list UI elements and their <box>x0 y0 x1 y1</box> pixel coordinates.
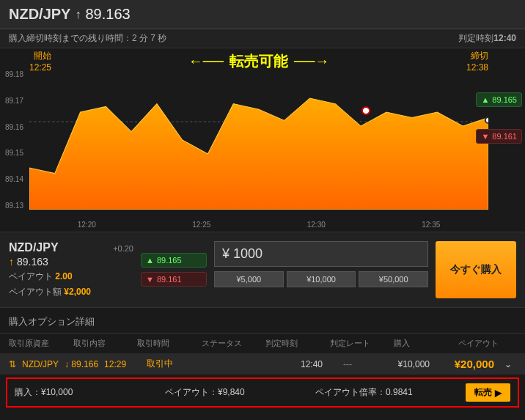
chart-price-buttons: ▲ 89.165 ▼ 89.161 <box>476 92 522 144</box>
buy-now-button[interactable]: 今すぐ購入 <box>436 241 516 298</box>
pos-pair: NZD/JPY <box>22 359 59 369</box>
order-pair: NZD/JPY <box>9 241 59 254</box>
preset-50000[interactable]: ¥50,000 <box>359 271 428 287</box>
pos-time: 12:29 <box>104 359 141 369</box>
start-annotation: 開始 12:25 <box>29 50 51 73</box>
judge-time: 判定時刻12:40 <box>458 32 516 45</box>
details-column-headers: 取引原資産 取引内容 取引時間 ステータス 判定時刻 判定レート 購入 ペイアウ… <box>0 333 525 353</box>
chart-price-up-button[interactable]: ▲ 89.165 <box>476 92 522 107</box>
arrow-left-icon: ←── <box>188 53 224 70</box>
svg-point-1 <box>362 107 370 114</box>
pos-status: 取引中 <box>147 358 295 370</box>
pos-buy: ¥10,000 <box>378 359 430 369</box>
pos-dir-rate: ↓ 89.166 <box>65 359 98 369</box>
col-time: 取引時間 <box>137 338 196 349</box>
details-header: 購入オプション詳細 <box>0 308 525 333</box>
up-arrow-icon: ▲ <box>146 256 154 265</box>
col-status: ステータス <box>202 338 260 349</box>
payout-line: ペイアウト 2.00 <box>9 270 133 283</box>
delta: +0.20 <box>113 244 133 253</box>
pos-judge-rate: --- <box>343 359 372 369</box>
down-arrow-icon: ▼ <box>146 275 154 284</box>
y-axis: 89.18 89.17 89.16 89.15 89.14 89.13 <box>0 70 26 210</box>
order-panel: NZD/JPY +0.20 ↑ 89.163 ペイアウト 2.00 ペイアウト額… <box>0 232 525 308</box>
amount-area: ¥5,000 ¥10,000 ¥50,000 <box>214 241 428 298</box>
up-arrow-icon: ▲ <box>481 95 489 104</box>
resell-payout: ペイアウト：¥9,840 <box>165 386 315 399</box>
col-judge-time: 判定時刻 <box>265 338 324 349</box>
chart-price-down-button[interactable]: ▼ 89.161 <box>476 129 522 144</box>
down-arrow-icon: ▼ <box>481 132 489 141</box>
resell-annotation: ←── 転売可能 ──→ <box>188 51 330 71</box>
price-chart <box>29 70 488 210</box>
resell-box: 購入：¥10,000 ペイアウト：¥9,840 ペイアウト倍率：0.9841 転… <box>6 377 519 408</box>
preset-10000[interactable]: ¥10,000 <box>287 271 356 287</box>
deadline-annotation: 締切 12:38 <box>466 50 488 73</box>
chart-area: 開始 12:25 ←── 転売可能 ──→ 締切 12:38 89.18 89.… <box>0 48 525 232</box>
preset-5000[interactable]: ¥5,000 <box>214 271 284 287</box>
order-price-buttons: ▲ 89.165 ▼ 89.161 <box>141 241 207 298</box>
resell-button[interactable]: 転売 ▶ <box>466 383 510 402</box>
col-asset: 取引原資産 <box>9 338 67 349</box>
pair-name: NZD/JPY <box>9 6 70 23</box>
order-price-up-button[interactable]: ▲ 89.165 <box>141 253 207 268</box>
resell-buy: 購入：¥10,000 <box>15 386 165 399</box>
amount-input[interactable] <box>214 241 428 267</box>
play-icon: ▶ <box>495 388 502 398</box>
order-rate: ↑ 89.163 <box>9 256 133 268</box>
pos-judge: 12:40 <box>301 359 337 369</box>
col-content: 取引内容 <box>73 338 132 349</box>
amount-presets: ¥5,000 ¥10,000 ¥50,000 <box>214 271 428 287</box>
resell-ratio: ペイアウト倍率：0.9841 <box>315 386 466 399</box>
payout-amount-line: ペイアウト額 ¥2,000 <box>9 286 133 298</box>
col-payout: ペイアウト <box>458 338 517 349</box>
up-arrow-icon: ↑ <box>75 8 81 21</box>
subheader: 購入締切時刻までの残り時間：2 分 7 秒 判定時刻12:40 <box>0 29 525 48</box>
x-axis: 12:20 12:25 12:30 12:35 <box>29 221 488 229</box>
up-arrow-icon: ↑ <box>9 256 14 268</box>
arrow-right-icon: ──→ <box>294 53 329 70</box>
col-judge-rate: 判定レート <box>330 338 389 349</box>
position-row[interactable]: ⇅ NZD/JPY ↓ 89.166 12:29 取引中 12:40 --- ¥… <box>0 353 525 375</box>
chart-annotations: 開始 12:25 ←── 転売可能 ──→ 締切 12:38 <box>29 50 488 73</box>
position-icon: ⇅ <box>9 359 16 369</box>
pos-payout: ¥20,000 <box>436 358 494 370</box>
expand-icon[interactable]: ⌄ <box>500 359 516 369</box>
countdown-text: 購入締切時刻までの残り時間：2 分 7 秒 <box>9 32 166 45</box>
main-header: NZD/JPY ↑ 89.163 <box>0 0 525 29</box>
current-rate: 89.163 <box>85 6 130 23</box>
col-buy: 購入 <box>394 338 452 349</box>
order-price-down-button[interactable]: ▼ 89.161 <box>141 272 207 287</box>
order-info: NZD/JPY +0.20 ↑ 89.163 ペイアウト 2.00 ペイアウト額… <box>9 241 133 298</box>
